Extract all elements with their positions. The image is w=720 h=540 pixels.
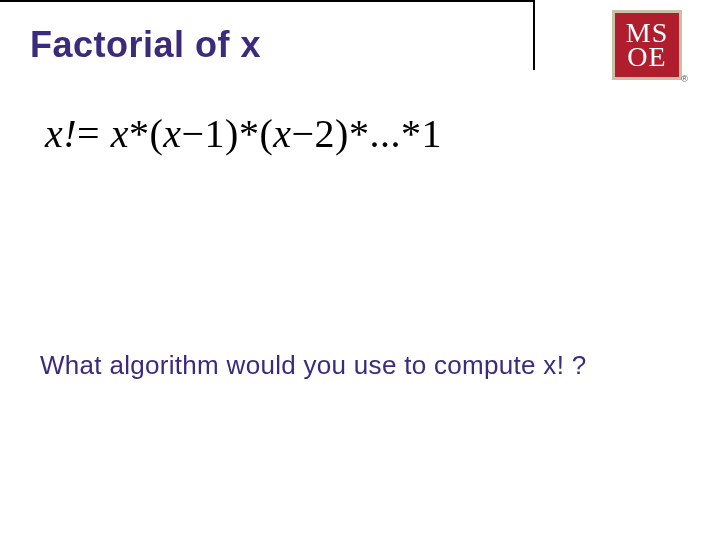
f-xm1-1: 1: [205, 111, 226, 156]
f-xm1-minus: −: [182, 111, 205, 156]
f-rp-2: ): [335, 111, 349, 156]
f-dots: ...: [369, 111, 401, 156]
registered-mark: ®: [681, 74, 688, 84]
f-rp-1: ): [225, 111, 239, 156]
f-lp-2: (: [259, 111, 273, 156]
f-eq: =: [77, 111, 100, 156]
f-lhs: x!: [45, 111, 77, 156]
title-rule: [0, 0, 535, 2]
f-star-3: *: [349, 111, 370, 156]
question-text: What algorithm would you use to compute …: [40, 350, 586, 381]
f-xm2-x: x: [273, 111, 291, 156]
logo-box: MS OE: [612, 10, 682, 80]
factorial-formula: x!= x*(x−1)*(x−2)*...*1: [45, 110, 442, 157]
f-star-4: *: [401, 111, 422, 156]
f-one: 1: [421, 111, 442, 156]
title-rule-end: [533, 0, 535, 70]
f-xm2-minus: −: [291, 111, 314, 156]
logo-line-2: OE: [627, 45, 666, 69]
f-xm2-2: 2: [315, 111, 336, 156]
f-star-1: *: [129, 111, 150, 156]
slide: Factorial of x MS OE ® x!= x*(x−1)*(x−2)…: [0, 0, 720, 540]
f-xm1-x: x: [163, 111, 181, 156]
f-x: x: [111, 111, 129, 156]
msoe-logo: MS OE ®: [612, 10, 682, 80]
f-star-2: *: [239, 111, 260, 156]
slide-title: Factorial of x: [30, 24, 261, 66]
f-lp-1: (: [149, 111, 163, 156]
